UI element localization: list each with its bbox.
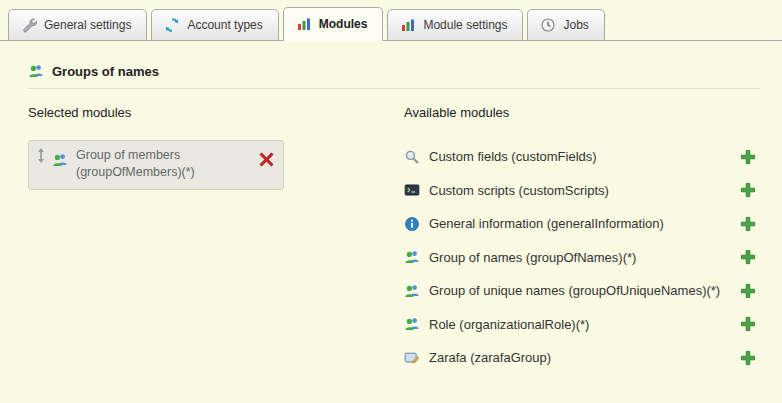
drag-handle-icon[interactable] — [37, 148, 46, 163]
add-module-button[interactable] — [740, 283, 756, 299]
available-module-row: Role (organizationalRole)(*) — [404, 308, 760, 342]
available-module-row: Custom scripts (customScripts) — [404, 174, 760, 208]
section-header: Groups of names — [28, 63, 760, 79]
available-module-row: General information (generalInformation) — [404, 207, 760, 241]
available-modules-column: Available modules Custom fields (customF… — [404, 105, 760, 375]
tab-label: Modules — [319, 17, 368, 31]
info-icon — [404, 216, 420, 232]
selected-module-item[interactable]: Group of members (groupOfMembers)(*) — [28, 140, 284, 190]
bar-chart-icon — [296, 16, 312, 32]
available-module-row: Group of names (groupOfNames)(*) — [404, 241, 760, 275]
selected-modules-heading: Selected modules — [28, 105, 404, 120]
available-module-row: Zarafa (zarafaGroup) — [404, 341, 760, 375]
selected-modules-column: Selected modules Group of members (group… — [28, 105, 404, 375]
group-icon — [404, 249, 420, 265]
add-module-button[interactable] — [740, 350, 756, 366]
add-module-button[interactable] — [740, 149, 756, 165]
tab-label: General settings — [44, 18, 131, 32]
wrench-icon — [21, 17, 37, 33]
bar-chart-icon — [400, 17, 416, 33]
remove-module-button[interactable] — [258, 151, 275, 168]
magnifier-icon — [404, 149, 420, 165]
tab-modules[interactable]: Modules — [283, 7, 384, 41]
clock-icon — [540, 17, 556, 33]
group-icon — [28, 63, 44, 79]
available-module-row: Group of unique names (groupOfUniqueName… — [404, 274, 760, 308]
divider — [28, 88, 760, 89]
tab-label: Jobs — [563, 18, 588, 32]
group-icon — [52, 152, 68, 168]
add-module-button[interactable] — [740, 216, 756, 232]
tab-label: Account types — [187, 18, 262, 32]
zarafa-icon — [404, 350, 420, 366]
available-module-row: Custom fields (customFields) — [404, 140, 760, 174]
group-icon — [404, 316, 420, 332]
add-module-button[interactable] — [740, 182, 756, 198]
tab-bar: General settings Account types Modules M… — [0, 0, 782, 41]
tab-jobs[interactable]: Jobs — [527, 9, 604, 41]
available-module-label: Zarafa (zarafaGroup) — [429, 350, 551, 365]
available-modules-heading: Available modules — [404, 105, 760, 120]
available-module-label: Group of unique names (groupOfUniqueName… — [429, 283, 720, 298]
available-module-label: Role (organizationalRole)(*) — [429, 317, 589, 332]
section-title: Groups of names — [52, 64, 159, 79]
tab-general-settings[interactable]: General settings — [8, 9, 147, 41]
available-module-label: General information (generalInformation) — [429, 216, 664, 231]
module-columns: Selected modules Group of members (group… — [28, 105, 760, 375]
tab-account-types[interactable]: Account types — [151, 9, 278, 41]
content-area: Groups of names Selected modules Group o… — [0, 41, 782, 375]
tab-module-settings[interactable]: Module settings — [387, 9, 523, 41]
add-module-button[interactable] — [740, 249, 756, 265]
group-icon — [404, 283, 420, 299]
script-icon — [404, 182, 420, 198]
available-module-label: Custom scripts (customScripts) — [429, 183, 609, 198]
gear-icon — [164, 17, 180, 33]
available-module-label: Group of names (groupOfNames)(*) — [429, 250, 636, 265]
available-module-label: Custom fields (customFields) — [429, 149, 597, 164]
add-module-button[interactable] — [740, 316, 756, 332]
tab-label: Module settings — [423, 18, 507, 32]
selected-module-label: Group of members (groupOfMembers)(*) — [76, 147, 224, 181]
